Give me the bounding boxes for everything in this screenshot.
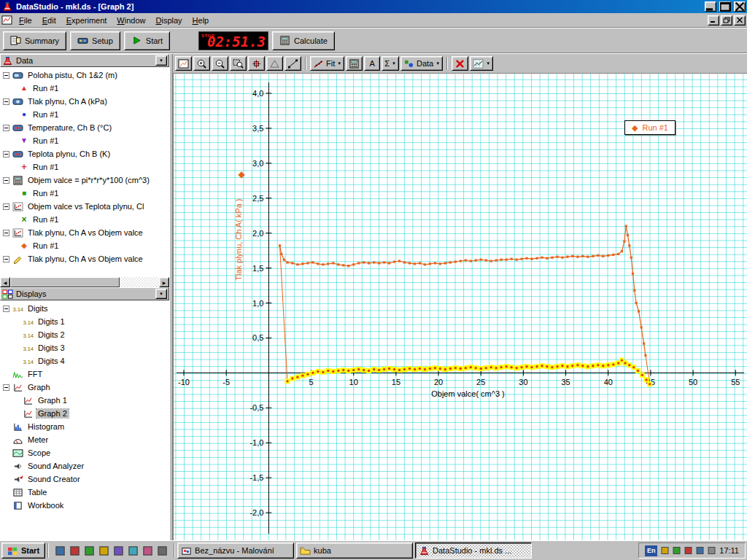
run-item[interactable]: ◆Run #1 [0, 239, 169, 252]
setup-button[interactable]: Setup [70, 31, 120, 50]
legend[interactable]: ◆ Run #1 [624, 120, 676, 135]
display-subitem[interactable]: 3.14Digits 4 [0, 354, 169, 368]
close-button[interactable] [734, 1, 746, 12]
tray-2[interactable] [672, 546, 681, 555]
run-item[interactable]: ▼Run #1 [0, 134, 169, 147]
child-minimize-button[interactable] [708, 15, 719, 26]
display-subitem[interactable]: Graph 2 [0, 407, 169, 420]
run-item[interactable]: +Run #1 [0, 160, 169, 174]
data-source-item[interactable]: Objem valce vs Teplota plynu, Cl [0, 200, 169, 213]
speaker-note-icon [12, 475, 23, 484]
scrollbar-thumb[interactable] [10, 277, 120, 287]
display-item[interactable]: Sound Analyzer [0, 459, 169, 472]
display-subitem[interactable]: 3.14Digits 1 [0, 315, 169, 328]
display-item[interactable]: Table [0, 486, 169, 499]
plot-area[interactable]: -10-55101520253035404550554,03,53,02,52,… [173, 73, 747, 540]
tree-expand-icon[interactable] [3, 72, 9, 79]
scale-to-fit-button[interactable] [175, 56, 192, 71]
tree-expand-icon[interactable] [3, 98, 9, 105]
maximize-button[interactable] [719, 1, 731, 12]
text-tool-button[interactable]: A [364, 56, 380, 71]
taskbar-task-button[interactable]: kuba [296, 542, 413, 559]
display-item[interactable]: Scope [0, 446, 169, 459]
run-item[interactable]: ●Run #1 [0, 108, 169, 121]
taskbar-task-button[interactable]: DataStudio - mkl.ds ... [415, 542, 532, 559]
zoom-select-button[interactable] [230, 56, 247, 71]
tree-expand-icon[interactable] [3, 306, 9, 312]
scroll-left-button[interactable]: ◀ [0, 277, 10, 287]
taskbar-task-button[interactable]: Bez_názvu - Malování [177, 542, 294, 559]
tree-expand-icon[interactable] [3, 151, 9, 158]
quick-launch-8[interactable] [156, 545, 169, 556]
tree-expand-icon[interactable] [3, 230, 9, 236]
data-source-item[interactable]: Objem valce = pi*r*r*y*100 (cm^3) [0, 174, 169, 187]
remove-button[interactable] [452, 56, 468, 71]
menu-edit[interactable]: Edit [37, 14, 61, 27]
tray-1[interactable] [660, 546, 670, 555]
data-source-item[interactable]: Teplota plynu, Ch B (K) [0, 147, 169, 160]
child-close-button[interactable] [734, 15, 746, 26]
language-indicator[interactable]: En [645, 545, 657, 556]
delta-tool-button[interactable] [266, 56, 283, 71]
run-item[interactable]: ×Run #1 [0, 213, 169, 226]
tree-expand-icon[interactable] [3, 384, 9, 391]
display-subitem[interactable]: 3.14Digits 3 [0, 341, 169, 354]
graph-settings-button[interactable]: ▼ [470, 56, 493, 71]
data-source-item[interactable]: Tlak plynu, Ch A vs Objem valce [0, 252, 169, 265]
display-item[interactable]: Histogram [0, 420, 169, 433]
display-item[interactable]: Sound Creator [0, 472, 169, 486]
display-item[interactable]: Meter [0, 433, 169, 446]
zoom-in-button[interactable] [193, 56, 210, 71]
menu-file[interactable]: File [14, 14, 37, 27]
display-subitem[interactable]: Graph 1 [0, 394, 169, 407]
data-source-item[interactable]: Poloha pistu, Ch 1&2 (m) [0, 69, 169, 82]
scroll-right-button[interactable]: ▶ [159, 277, 169, 287]
display-item[interactable]: FFT [0, 368, 169, 381]
graph-canvas[interactable]: -10-55101520253035404550554,03,53,02,52,… [174, 74, 747, 540]
menu-window[interactable]: Window [112, 14, 150, 27]
data-source-item[interactable]: Temperature, Ch B (°C) [0, 121, 169, 134]
data-source-item[interactable]: Tlak plynu, Ch A (kPa) [0, 95, 169, 108]
displays-panel-menu-button[interactable]: ▼ [155, 289, 167, 299]
scrollbar-track[interactable] [10, 277, 159, 287]
display-subitem[interactable]: 3.14Digits 2 [0, 328, 169, 341]
tree-expand-icon[interactable] [3, 203, 9, 210]
quick-launch-6[interactable] [127, 545, 139, 556]
data-source-item[interactable]: Tlak plynu, Ch A vs Objem valce [0, 226, 169, 239]
display-item[interactable]: Workbook [0, 499, 169, 512]
quick-launch-7[interactable] [142, 545, 154, 556]
minimize-button[interactable] [705, 1, 716, 12]
menu-help[interactable]: Help [187, 14, 214, 27]
data-panel-menu-button[interactable]: ▼ [155, 55, 167, 66]
quick-launch-5[interactable] [112, 545, 125, 556]
tree-expand-icon[interactable] [3, 125, 9, 131]
statistics-button[interactable]: Σ▼ [382, 56, 399, 71]
slope-tool-button[interactable] [285, 56, 301, 71]
tree-expand-icon[interactable] [3, 256, 9, 262]
tray-3[interactable] [684, 546, 693, 555]
data-menu-button[interactable]: Data▼ [400, 56, 443, 71]
summary-button[interactable]: Summary [3, 31, 66, 50]
run-item[interactable]: ▲Run #1 [0, 82, 169, 95]
display-item[interactable]: Graph [0, 381, 169, 394]
quick-launch-1[interactable] [54, 545, 66, 556]
menu-experiment[interactable]: Experiment [61, 14, 112, 27]
quick-launch-3[interactable] [83, 545, 96, 556]
quick-launch-2[interactable] [69, 545, 81, 556]
tray-4[interactable] [695, 546, 705, 555]
child-restore-button[interactable] [721, 15, 732, 26]
smart-tool-button[interactable] [248, 56, 265, 71]
tree-expand-icon[interactable] [3, 177, 9, 184]
menu-display[interactable]: Display [151, 14, 187, 27]
start-button-toolbar[interactable]: Start [124, 31, 170, 50]
calculate-tool-button[interactable] [346, 56, 363, 71]
run-item[interactable]: ■Run #1 [0, 187, 169, 200]
tray-5[interactable] [707, 546, 716, 555]
data-panel-hscrollbar[interactable]: ◀ ▶ [0, 277, 169, 287]
zoom-out-button[interactable] [212, 56, 228, 71]
fit-menu-button[interactable]: Fit▼ [310, 56, 344, 71]
display-item[interactable]: 3.14Digits [0, 302, 169, 315]
start-button[interactable]: Start [1, 542, 45, 559]
quick-launch-4[interactable] [98, 545, 110, 556]
calculate-button[interactable]: Calculate [272, 31, 335, 50]
